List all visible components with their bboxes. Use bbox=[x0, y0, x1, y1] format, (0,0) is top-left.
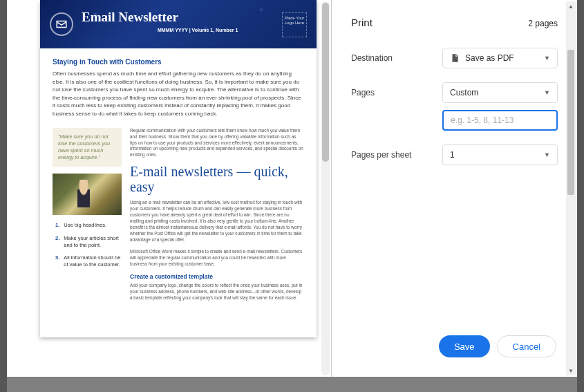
tip-num: 3. bbox=[55, 254, 59, 268]
right-subheading: Create a customized template bbox=[130, 273, 304, 280]
save-button[interactable]: Save bbox=[439, 335, 490, 357]
panel-scroll-thumb[interactable] bbox=[567, 50, 574, 195]
scroll-down-arrow[interactable]: ▼ bbox=[566, 366, 576, 375]
right-intro: Regular communication with your customer… bbox=[130, 128, 304, 159]
doc-header: Email Newsletter MMMM YYYY | Volume 1, N… bbox=[40, 0, 317, 48]
destination-label: Destination bbox=[351, 53, 434, 63]
pdf-icon bbox=[450, 53, 460, 64]
envelope-icon bbox=[50, 12, 73, 36]
page-count: 2 pages bbox=[528, 19, 558, 28]
pages-label: Pages bbox=[351, 88, 434, 97]
pull-quote: "Make sure you do not lose the customers… bbox=[53, 128, 122, 167]
tip-text: Use big headlines. bbox=[64, 222, 106, 229]
scroll-up-arrow[interactable]: ▲ bbox=[566, 1, 576, 11]
cancel-button[interactable]: Cancel bbox=[497, 335, 556, 357]
preview-scrollbar[interactable] bbox=[321, 1, 330, 375]
chevron-down-icon: ▼ bbox=[544, 89, 550, 96]
tip-text: All information should be of value to th… bbox=[64, 254, 122, 268]
chevron-down-icon: ▼ bbox=[544, 151, 550, 158]
doc-meta: MMMM YYYY | Volume 1, Number 1 bbox=[82, 28, 304, 32]
pages-per-sheet-select[interactable]: 1 ▼ bbox=[442, 144, 558, 165]
right-heading: E-mail newsletters — quick, easy bbox=[130, 164, 304, 194]
print-panel: Print 2 pages Destination Save as PDF ▼ … bbox=[332, 0, 577, 377]
tip-num: 1. bbox=[55, 222, 59, 229]
list-item: 1.Use big headlines. bbox=[55, 222, 122, 229]
pages-range-input[interactable]: e.g. 1-5, 8, 11-13 bbox=[442, 110, 558, 131]
tip-num: 2. bbox=[55, 235, 59, 249]
pages-per-sheet-label: Pages per sheet bbox=[351, 150, 434, 160]
right-para2: Add your company logo, change the colors… bbox=[130, 283, 304, 301]
doc-meta-issue: Volume 1, Number 1 bbox=[192, 28, 238, 32]
logo-placeholder: Place Your Logo Here bbox=[282, 12, 307, 37]
list-item: 2.Make your articles short and to the po… bbox=[55, 235, 122, 249]
pages-range-placeholder: e.g. 1-5, 8, 11-13 bbox=[451, 115, 514, 125]
pages-select[interactable]: Custom ▼ bbox=[442, 82, 558, 103]
print-title: Print bbox=[351, 17, 373, 28]
pages-per-sheet-value: 1 bbox=[450, 150, 455, 160]
section1-body: Often businesses spend as much time and … bbox=[53, 70, 304, 118]
destination-select[interactable]: Save as PDF ▼ bbox=[442, 48, 558, 68]
document-preview: Email Newsletter MMMM YYYY | Volume 1, N… bbox=[40, 0, 317, 337]
preview-scroll-thumb[interactable] bbox=[322, 3, 329, 162]
tip-text: Make your articles short and to the poin… bbox=[64, 235, 122, 249]
doc-title: Email Newsletter bbox=[82, 10, 304, 25]
right-para1: Using an e-mail newsletter can be an eff… bbox=[130, 200, 304, 243]
article-photo bbox=[53, 174, 122, 215]
tips-list: 1.Use big headlines. 2.Make your article… bbox=[53, 222, 122, 268]
pages-value: Custom bbox=[450, 88, 478, 97]
print-preview-pane: Email Newsletter MMMM YYYY | Volume 1, N… bbox=[7, 0, 332, 377]
section1-title: Staying in Touch with Customers bbox=[53, 58, 304, 66]
list-item: 3.All information should be of value to … bbox=[55, 254, 122, 268]
chevron-down-icon: ▼ bbox=[544, 55, 550, 62]
destination-value: Save as PDF bbox=[465, 53, 514, 63]
doc-meta-date: MMMM YYYY bbox=[158, 28, 188, 32]
right-para1b: Microsoft Office Word makes it simple to… bbox=[130, 249, 304, 268]
panel-scrollbar[interactable]: ▲ ▼ bbox=[566, 1, 576, 375]
